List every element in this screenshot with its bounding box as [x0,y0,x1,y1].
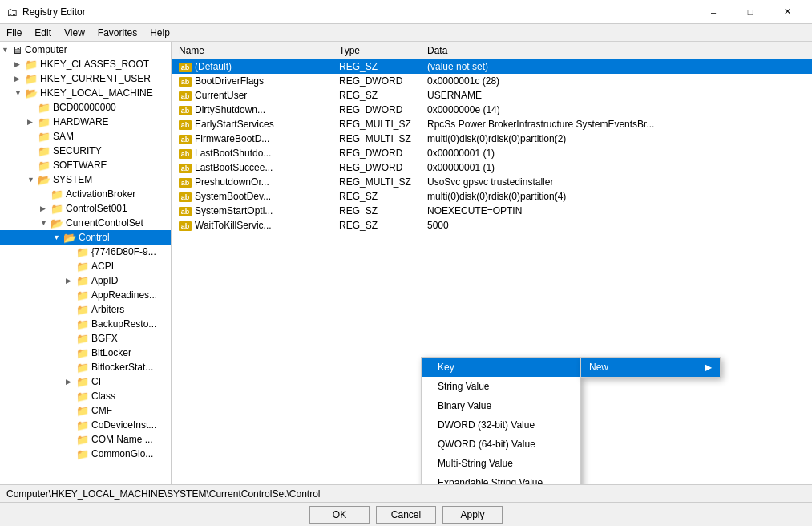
values-panel[interactable]: Name Type Data ab(Default)REG_SZ(value n… [172,42,812,484]
title-bar-text: Registry Editor [22,6,695,18]
tree-item-bitlocker[interactable]: 📁BitLocker [0,346,171,360]
tree-item-security[interactable]: 📁SECURITY [0,144,171,158]
dword-label: DWORD (32-bit) Value [438,419,535,431]
tree-item-hardware[interactable]: ▶📁HARDWARE [0,115,171,129]
table-row[interactable]: abEarlyStartServicesREG_MULTI_SZRpcSs Po… [172,117,812,132]
folder-icon: 📂 [50,217,63,229]
context-menu-item-dword[interactable]: DWORD (32-bit) Value [422,415,580,435]
table-row[interactable]: abWaitToKillServic...REG_SZ5000 [172,218,812,233]
expand-arrow-icon[interactable]: ▼ [14,89,24,97]
tree-item-codeviceinst[interactable]: 📁CoDeviceInst... [0,418,171,432]
table-row[interactable]: abBootDriverFlagsREG_DWORD0x0000001c (28… [172,74,812,88]
cell-name: abWaitToKillServic... [172,218,333,233]
table-row[interactable]: abLastBootShutdo...REG_DWORD0x00000001 (… [172,146,812,160]
tree-item-system[interactable]: ▼📂SYSTEM [0,172,171,187]
context-menu-item-key[interactable]: Key [422,358,580,377]
expand-arrow-icon[interactable]: ▼ [40,219,50,227]
tree-item-appid[interactable]: ▶📁AppID [0,273,171,288]
folder-icon: 📁 [76,347,89,359]
cell-type: REG_SZ [333,204,421,218]
tree-item-bcd[interactable]: 📁BCD00000000 [0,100,171,115]
expand-arrow-icon[interactable]: ▼ [53,233,63,241]
minimize-button[interactable]: – [695,0,732,24]
tree-item-ci[interactable]: ▶📁CI [0,374,171,389]
expand-arrow-icon[interactable]: ▶ [14,60,24,68]
menu-file[interactable]: File [0,26,28,40]
tree-item-appreadiness[interactable]: 📁AppReadines... [0,288,171,302]
tree-item-cmf[interactable]: 📁CMF [0,403,171,418]
folder-icon: 📁 [76,376,89,388]
tree-item-acpi[interactable]: 📁ACPI [0,259,171,273]
folder-icon: 📁 [76,434,89,446]
expand-arrow-icon[interactable]: ▶ [14,75,24,83]
expand-arrow-icon[interactable]: ▶ [40,204,50,212]
tree-item-backuprestore[interactable]: 📁BackupResto... [0,317,171,331]
cell-name: abPreshutdownOr... [172,175,333,189]
tree-item-software[interactable]: 📁SOFTWARE [0,158,171,172]
context-menu-item-multistring[interactable]: Multi-String Value [422,454,580,473]
tree-item-7746d[interactable]: 📁{7746D80F-9... [0,245,171,259]
tree-item-hklm[interactable]: ▼📂HKEY_LOCAL_MACHINE [0,86,171,100]
table-row[interactable]: abSystemStartOpti...REG_SZNOEXECUTE=OPTI… [172,204,812,218]
table-row[interactable]: abLastBootSuccee...REG_DWORD0x00000001 (… [172,160,812,175]
submenu-arrow: ▶ [705,362,712,373]
tree-item-hkcu[interactable]: ▶📁HKEY_CURRENT_USER [0,71,171,86]
tree-item-label: Class [91,390,115,402]
reg-icon: ab [179,192,192,202]
tree-item-control[interactable]: ▼📂Control [0,230,171,245]
table-row[interactable]: abCurrentUserREG_SZUSERNAME [172,88,812,103]
tree-item-label: HKEY_LOCAL_MACHINE [40,87,153,99]
tree-item-bgfx[interactable]: 📁BGFX [0,331,171,346]
tree-item-bitlockerstat[interactable]: 📁BitlockerStat... [0,360,171,374]
expand-arrow-icon[interactable]: ▼ [27,176,37,184]
cancel-button[interactable]: Cancel [376,506,436,524]
submenu-new-label: New [589,362,608,373]
tree-item-currentcontrolset[interactable]: ▼📂CurrentControlSet [0,216,171,230]
expand-arrow-icon[interactable]: ▼ [2,46,11,54]
string-label: String Value [438,381,489,392]
tree-panel[interactable]: ▼🖥Computer▶📁HKEY_CLASSES_ROOT▶📁HKEY_CURR… [0,42,172,484]
expand-arrow-icon[interactable]: ▶ [27,118,37,126]
menu-view[interactable]: View [58,26,91,40]
context-menu-item-qword[interactable]: QWORD (64-bit) Value [422,435,580,454]
context-menu-item-expandable[interactable]: Expandable String Value [422,473,580,484]
reg-icon: ab [179,207,192,216]
folder-icon: 📂 [25,87,38,99]
cell-data: 0x0000001c (28) [421,74,812,88]
tree-item-hkcr[interactable]: ▶📁HKEY_CLASSES_ROOT [0,57,171,71]
folder-icon: 📁 [25,73,38,85]
table-row[interactable]: ab(Default)REG_SZ(value not set) [172,59,812,75]
apply-button[interactable]: Apply [442,506,503,524]
context-menu-item-string[interactable]: String Value [422,377,580,396]
menu-edit[interactable]: Edit [28,26,58,40]
tree-item-class[interactable]: 📁Class [0,389,171,403]
cell-type: REG_DWORD [333,146,421,160]
tree-item-computer[interactable]: ▼🖥Computer [0,42,171,57]
menu-help[interactable]: Help [143,26,176,40]
folder-icon: 📁 [76,289,89,301]
tree-item-activationbroker[interactable]: 📁ActivationBroker [0,187,171,201]
folder-icon: 📁 [50,203,63,215]
table-row[interactable]: abPreshutdownOr...REG_MULTI_SZUsoSvc gps… [172,175,812,189]
tree-item-controlset001[interactable]: ▶📁ControlSet001 [0,201,171,216]
maximize-button[interactable]: □ [732,0,769,24]
folder-icon: 📁 [76,405,89,417]
cell-name: abLastBootSuccee... [172,160,333,175]
context-menu-item-binary[interactable]: Binary Value [422,396,580,415]
menu-favorites[interactable]: Favorites [91,26,143,40]
tree-item-commonglo[interactable]: 📁CommonGlo... [0,447,171,461]
folder-icon: 📁 [38,131,50,143]
expand-arrow-icon[interactable]: ▶ [66,277,75,285]
tree-item-comname[interactable]: 📁COM Name ... [0,432,171,447]
ok-button[interactable]: OK [309,506,370,524]
tree-item-sam[interactable]: 📁SAM [0,129,171,144]
table-row[interactable]: abDirtyShutdown...REG_DWORD0x0000000e (1… [172,103,812,117]
table-row[interactable]: abSystemBootDev...REG_SZmulti(0)disk(0)r… [172,189,812,204]
tree-item-label: HARDWARE [53,116,109,127]
tree-item-arbiters[interactable]: 📁Arbiters [0,302,171,317]
tree-item-label: {7746D80F-9... [91,246,156,257]
close-button[interactable]: ✕ [769,0,806,24]
table-row[interactable]: abFirmwareBootD...REG_MULTI_SZmulti(0)di… [172,132,812,146]
expand-arrow-icon[interactable]: ▶ [66,378,75,386]
cell-name: abLastBootShutdo... [172,146,333,160]
